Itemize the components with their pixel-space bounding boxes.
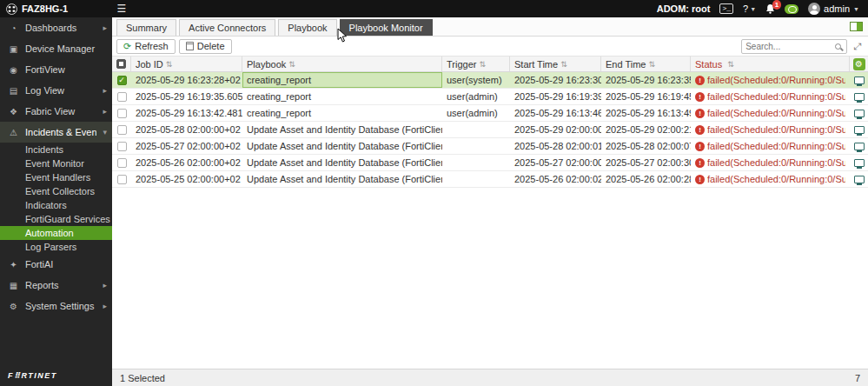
notifications-bell[interactable]: 1 [765, 3, 775, 14]
start-time-cell: 2025-05-28 02:00:01+0200 [510, 138, 601, 154]
sidebar-item-log-view[interactable]: ▤Log View▸ [0, 80, 112, 101]
sort-icon[interactable]: ⇅ [727, 60, 734, 69]
job-id-cell: 2025-05-29 16:19:35.605382+02 [131, 89, 242, 104]
chevron-right-icon: ▸ [103, 281, 107, 290]
row-checkbox[interactable] [117, 158, 127, 168]
column-settings-gear-icon[interactable]: ⚙ [853, 58, 865, 70]
checkbox-cell: ✓ [112, 72, 131, 88]
error-icon [695, 142, 705, 151]
playbook-cell: Update Asset and Identity Database (Fort… [242, 138, 442, 154]
monitor-icon[interactable] [854, 126, 865, 134]
sort-icon[interactable]: ⇅ [560, 60, 567, 69]
row-checkbox[interactable] [117, 125, 127, 135]
sidebar-item-log-parsers[interactable]: Log Parsers [0, 240, 112, 254]
monitor-icon[interactable] [854, 110, 865, 117]
panel-toggle-icon[interactable] [850, 22, 863, 31]
start-time-cell: 2025-05-29 16:23:30+0200 [510, 72, 601, 88]
sidebar-item-incidents[interactable]: Incidents [0, 143, 112, 156]
sidebar-item-dashboards[interactable]: ◔Dashboards▸ [0, 17, 112, 38]
monitor-icon[interactable] [854, 93, 865, 101]
sidebar-item-fortiguard-services[interactable]: FortiGuard Services [0, 212, 112, 226]
chevron-right-icon: ▸ [103, 107, 107, 116]
trigger-cell: user(admin) [442, 89, 510, 104]
column-header-job-id[interactable]: Job ID⇅ [131, 57, 242, 71]
monitor-icon[interactable] [854, 77, 865, 84]
sidebar-item-device-manager[interactable]: ▣Device Manager [0, 38, 112, 59]
job-id-cell: 2025-05-29 16:23:28+02 [131, 72, 242, 88]
table-row[interactable]: 2025-05-27 02:00:00+02Update Asset and I… [112, 138, 868, 155]
monitor-icon[interactable] [854, 143, 865, 150]
sidebar-item-indicators[interactable]: Indicators [0, 198, 112, 212]
tab-summary[interactable]: Summary [116, 19, 176, 36]
sidebar-item-label: FortiView [25, 64, 107, 75]
row-checkbox[interactable] [117, 142, 127, 151]
table-row[interactable]: ✓2025-05-29 16:23:28+02creating_reportus… [112, 72, 868, 89]
tab-playbook-monitor[interactable]: Playbook Monitor [340, 19, 433, 36]
refresh-button[interactable]: ⟳ Refresh [116, 39, 176, 54]
delete-button[interactable]: Delete [179, 39, 232, 54]
chevron-right-icon: ▸ [103, 86, 107, 95]
gauge-icon: ◔ [8, 23, 19, 33]
hamburger-menu-icon[interactable]: ☰ [112, 3, 131, 15]
sidebar-item-fortiview[interactable]: ◉FortiView [0, 59, 112, 80]
sidebar-item-reports[interactable]: ▦Reports▸ [0, 275, 112, 296]
toolbar: ⟳ Refresh Delete ⤢ [112, 37, 868, 57]
cli-console-icon[interactable]: >_ [719, 3, 733, 14]
sidebar-item-automation[interactable]: Automation [0, 226, 112, 240]
status-text: failed(Scheduled:0/Running:0/Success:0/F… [707, 108, 845, 118]
sidebar-item-label: Device Manager [25, 43, 107, 54]
adom-label[interactable]: ADOM: root [657, 3, 711, 14]
row-checkbox[interactable] [117, 92, 127, 102]
status-text: failed(Scheduled:0/Running:0/Success:0/F… [707, 124, 845, 135]
playbook-cell: creating_report [242, 105, 442, 121]
monitor-icon[interactable] [854, 176, 865, 183]
trigger-cell: user(admin) [442, 105, 510, 121]
search-icon[interactable] [835, 43, 841, 50]
table-row[interactable]: 2025-05-29 16:13:42.481672+02creating_re… [112, 105, 868, 122]
sidebar-item-system-settings[interactable]: ⚙System Settings▸ [0, 296, 112, 316]
table-row[interactable]: 2025-05-29 16:19:35.605382+02creating_re… [112, 89, 868, 105]
sort-icon[interactable]: ⇅ [288, 60, 295, 69]
column-header-playbook[interactable]: Playbook⇅ [242, 57, 442, 71]
tab-playbook[interactable]: Playbook [278, 19, 336, 36]
expand-search-icon[interactable]: ⤢ [853, 42, 861, 51]
notification-badge: 1 [772, 0, 781, 10]
column-header-status[interactable]: Status⇅ [691, 57, 850, 71]
forticloud-icon[interactable] [785, 4, 798, 14]
help-icon: ? [743, 3, 748, 14]
user-menu[interactable]: admin ▼ [808, 3, 859, 15]
table-row[interactable]: 2025-05-28 02:00:00+02Update Asset and I… [112, 122, 868, 138]
sidebar-item-event-handlers[interactable]: Event Handlers [0, 170, 112, 184]
column-header-trigger[interactable]: Trigger⇅ [442, 57, 510, 71]
eye-icon: ◉ [8, 65, 19, 75]
row-checkbox[interactable] [117, 175, 127, 184]
column-header-start-time[interactable]: Start Time⇅ [510, 57, 601, 71]
search-input[interactable] [745, 42, 835, 51]
select-all-checkbox[interactable] [116, 59, 126, 69]
help-menu[interactable]: ? ▼ [743, 3, 756, 14]
column-header-end-time[interactable]: End Time⇅ [601, 57, 691, 71]
row-actions-cell [850, 105, 868, 121]
sidebar-item-incidents-events[interactable]: ⚠Incidents & Events▾ [0, 122, 112, 143]
trigger-cell [442, 122, 510, 137]
start-time-cell: 2025-05-29 16:13:46+0200 [510, 105, 601, 121]
tab-active-connectors[interactable]: Active Connectors [179, 19, 275, 36]
sort-icon[interactable]: ⇅ [479, 60, 486, 69]
sidebar-item-event-collectors[interactable]: Event Collectors [0, 184, 112, 198]
sort-icon[interactable]: ⇅ [648, 60, 655, 69]
tab-bar: SummaryActive ConnectorsPlaybookPlaybook… [112, 17, 868, 37]
row-checkbox[interactable] [117, 109, 127, 118]
monitor-icon[interactable] [854, 159, 865, 167]
sidebar-item-label: Fabric View [25, 106, 96, 116]
end-time-cell: 2025-05-29 16:13:49+0200 [601, 105, 691, 121]
sidebar-item-event-monitor[interactable]: Event Monitor [0, 156, 112, 170]
sidebar-item-fabric-view[interactable]: ❖Fabric View▸ [0, 101, 112, 122]
error-icon [695, 76, 705, 85]
table-row[interactable]: 2025-05-26 02:00:00+02Update Asset and I… [112, 155, 868, 171]
sort-icon[interactable]: ⇅ [166, 60, 173, 69]
row-checkbox[interactable]: ✓ [117, 76, 127, 85]
device-icon: ▣ [8, 44, 19, 54]
status-cell: failed(Scheduled:0/Running:0/Success:0/F… [691, 105, 850, 121]
table-row[interactable]: 2025-05-25 02:00:00+02Update Asset and I… [112, 171, 868, 188]
sidebar-item-fortiai[interactable]: ✦FortiAI [0, 254, 112, 275]
